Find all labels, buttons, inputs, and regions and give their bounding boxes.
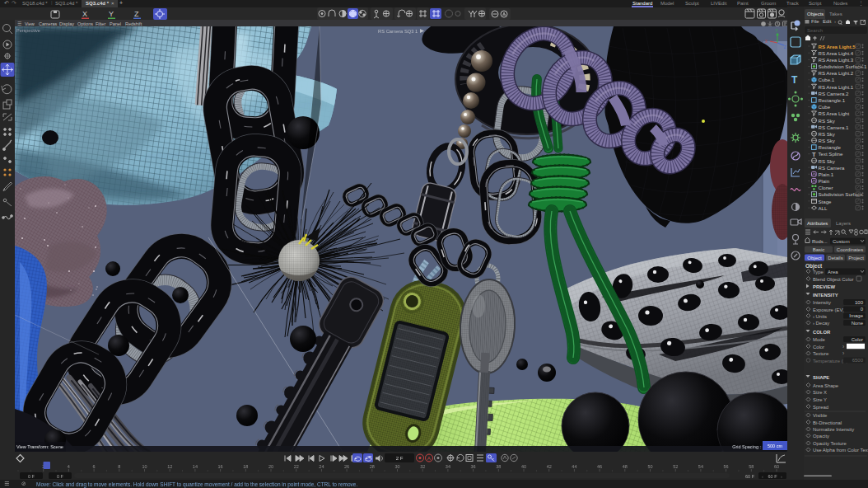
svg-text:8: 8 bbox=[118, 464, 120, 469]
svg-text:2 F: 2 F bbox=[396, 456, 404, 461]
svg-text:Exposure (EV): Exposure (EV) bbox=[813, 307, 844, 312]
svg-text:Custom: Custom bbox=[833, 239, 850, 244]
svg-text:12: 12 bbox=[167, 464, 172, 469]
svg-text:Area: Area bbox=[828, 270, 838, 274]
svg-text:50: 50 bbox=[647, 464, 652, 469]
svg-text:Color: Color bbox=[813, 345, 824, 350]
svg-text:Opacity Texture: Opacity Texture bbox=[813, 441, 847, 446]
svg-text:36: 36 bbox=[471, 464, 476, 469]
svg-text:Z: Z bbox=[134, 10, 139, 18]
svg-text:58: 58 bbox=[749, 464, 754, 469]
svg-text:26: 26 bbox=[344, 464, 349, 469]
svg-text:›: › bbox=[781, 474, 782, 479]
svg-text:Project: Project bbox=[848, 256, 864, 260]
svg-text:Object: Object bbox=[807, 256, 822, 260]
svg-text:14: 14 bbox=[193, 464, 198, 469]
svg-text:54: 54 bbox=[698, 464, 703, 469]
svg-text:›: › bbox=[842, 344, 844, 350]
svg-text:28: 28 bbox=[370, 464, 375, 469]
svg-text:Normalize Intensity: Normalize Intensity bbox=[813, 427, 854, 432]
svg-text:Opacity: Opacity bbox=[813, 434, 829, 439]
svg-text:10: 10 bbox=[142, 464, 147, 469]
svg-text:RS Camera SQ3 1: RS Camera SQ3 1 bbox=[378, 29, 418, 34]
svg-text:48: 48 bbox=[623, 464, 628, 469]
svg-text:60 F: 60 F bbox=[768, 474, 777, 479]
svg-text:Details: Details bbox=[828, 256, 842, 260]
svg-text:INTENSITY: INTENSITY bbox=[813, 293, 838, 298]
svg-text:PREVIEW: PREVIEW bbox=[813, 284, 836, 289]
svg-text:‹: ‹ bbox=[762, 474, 763, 479]
svg-text:100: 100 bbox=[855, 300, 864, 305]
svg-text:› Decay: › Decay bbox=[813, 321, 829, 326]
svg-text:18: 18 bbox=[243, 464, 248, 469]
svg-text:Image: Image bbox=[849, 313, 863, 318]
svg-text:38: 38 bbox=[496, 464, 501, 469]
svg-text:Y: Y bbox=[109, 10, 114, 18]
svg-text:Visible: Visible bbox=[813, 413, 828, 418]
svg-text:52: 52 bbox=[673, 464, 678, 469]
svg-text:6: 6 bbox=[93, 464, 96, 469]
svg-text:X: X bbox=[82, 10, 87, 18]
svg-text:Layers: Layers bbox=[836, 221, 851, 226]
svg-text:6500: 6500 bbox=[852, 358, 864, 363]
svg-text:Grid Spacing :: Grid Spacing : bbox=[732, 444, 761, 449]
svg-text:Coordinates: Coordinates bbox=[837, 247, 863, 252]
svg-text:42: 42 bbox=[547, 464, 552, 469]
svg-text:Basic: Basic bbox=[813, 247, 825, 252]
svg-text:Type: Type bbox=[813, 270, 824, 274]
svg-text:COLOR: COLOR bbox=[813, 330, 831, 335]
svg-text:30: 30 bbox=[394, 464, 399, 469]
svg-text:A: A bbox=[427, 456, 431, 461]
svg-text:Attributes: Attributes bbox=[807, 221, 828, 226]
svg-text:None: None bbox=[852, 321, 864, 326]
svg-text:Mode: Mode bbox=[813, 337, 825, 342]
svg-text:Intensity: Intensity bbox=[813, 300, 831, 305]
svg-text:20: 20 bbox=[268, 464, 273, 469]
svg-text:Object: Object bbox=[805, 263, 823, 270]
svg-text:44: 44 bbox=[572, 464, 576, 469]
svg-text:22: 22 bbox=[294, 464, 299, 469]
svg-text:Perspective: Perspective bbox=[16, 28, 40, 33]
svg-text:Size X: Size X bbox=[813, 390, 827, 395]
svg-text:T: T bbox=[791, 74, 798, 86]
svg-text:›: › bbox=[842, 350, 844, 356]
svg-text:34: 34 bbox=[446, 464, 450, 469]
svg-text:Rods...: Rods... bbox=[812, 239, 828, 244]
svg-text:0 F: 0 F bbox=[28, 474, 35, 479]
svg-text:› Units: › Units bbox=[813, 314, 827, 319]
svg-text:32: 32 bbox=[420, 464, 425, 469]
svg-text:24: 24 bbox=[319, 464, 324, 469]
svg-text:Spread: Spread bbox=[813, 405, 828, 410]
svg-text:Bi-Directional: Bi-Directional bbox=[813, 420, 842, 425]
svg-text:SHAPE: SHAPE bbox=[813, 375, 829, 380]
svg-text:Color: Color bbox=[852, 337, 863, 342]
svg-text:500 cm: 500 cm bbox=[768, 443, 782, 448]
svg-text:Area Shape: Area Shape bbox=[813, 383, 839, 388]
svg-text:16: 16 bbox=[218, 464, 223, 469]
svg-text:X: X bbox=[765, 40, 768, 44]
svg-text:56: 56 bbox=[724, 464, 729, 469]
svg-text:0 F: 0 F bbox=[57, 474, 64, 479]
svg-text:60: 60 bbox=[774, 464, 779, 469]
svg-text:4: 4 bbox=[68, 464, 70, 469]
svg-text:Blend Object Color: Blend Object Color bbox=[813, 277, 853, 282]
svg-text:View Transform: Scene: View Transform: Scene bbox=[16, 444, 63, 449]
svg-text:Texture: Texture bbox=[813, 351, 829, 356]
svg-text:Use Alpha from Color Textur: Use Alpha from Color Textur bbox=[813, 448, 868, 453]
svg-text:46: 46 bbox=[597, 464, 602, 469]
svg-text:40: 40 bbox=[521, 464, 526, 469]
svg-text:Temperature (K): Temperature (K) bbox=[813, 359, 848, 364]
svg-text:Y: Y bbox=[776, 29, 778, 33]
svg-text:Size Y: Size Y bbox=[813, 397, 827, 402]
svg-text:Z: Z bbox=[784, 45, 786, 49]
svg-text:60 F: 60 F bbox=[745, 474, 755, 479]
